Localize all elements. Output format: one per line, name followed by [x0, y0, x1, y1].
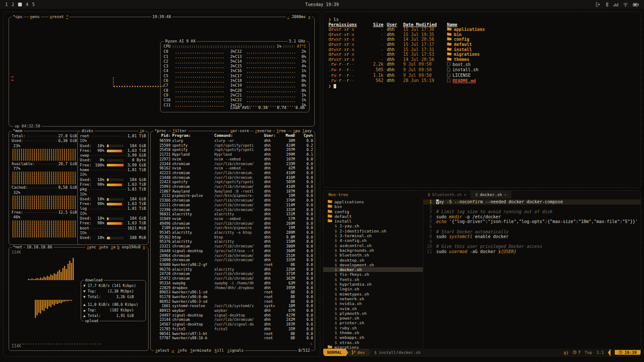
- tree-item[interactable]: $webapps.sh: [323, 335, 423, 340]
- editor-line[interactable]: 7# Start Docker automatically: [423, 229, 641, 235]
- process-row[interactable]: 21721HyprlandHyprlanddhh299M0.1: [151, 152, 315, 157]
- editor-line[interactable]: 6: [423, 224, 641, 229]
- proc-header-0[interactable]: Pid:: [153, 133, 170, 138]
- cpu-lazy-sort[interactable]: cpu lazy: [292, 129, 313, 133]
- tree-item[interactable]: install: [323, 219, 423, 223]
- tree-item[interactable]: $1-yay.sh: [323, 223, 423, 228]
- tree-item[interactable]: $xtras.sh: [323, 340, 423, 345]
- process-row[interactable]: 95362btopbtopdhh9.0M0.0: [151, 235, 315, 240]
- tree-item[interactable]: $bluetooth.sh: [323, 253, 423, 257]
- tree-item[interactable]: $fonts.sh: [323, 277, 423, 282]
- process-row[interactable]: 86952kworker/u96:3-sdroot0B0.0: [151, 299, 315, 304]
- process-row[interactable]: 95376alacrittyalacrittydhh158M0.0: [151, 239, 315, 244]
- tree-item[interactable]: $theme.sh: [323, 330, 423, 335]
- tree-item[interactable]: $docker.sh: [323, 267, 423, 272]
- workspace-active-indicator[interactable]: [18, 3, 22, 6]
- proc-action-button[interactable]: info: [177, 348, 187, 353]
- process-row[interactable]: 24720chromium/usr/lib/chromium/dhh371M0.…: [151, 272, 315, 276]
- tree-item[interactable]: $backgrounds.sh: [323, 248, 423, 253]
- tree-item[interactable]: $printer.sh: [323, 320, 423, 325]
- reverse-toggle[interactable]: reverse: [254, 129, 273, 133]
- tree-item[interactable]: $desktop.sh: [323, 258, 423, 262]
- editor-line[interactable]: 9: [423, 239, 641, 244]
- process-row[interactable]: 90541kworker/u97:1-btroot0B0.0: [151, 332, 315, 336]
- editor-line[interactable]: 8sudo systemctl enable docker: [423, 234, 641, 239]
- tree-item[interactable]: default: [323, 214, 423, 219]
- menu-button[interactable]: menu: [29, 15, 41, 19]
- tree-item[interactable]: config: [323, 209, 423, 214]
- tree-item[interactable]: $network.sh: [323, 296, 423, 301]
- tree-item[interactable]: $4-config.sh: [323, 238, 423, 243]
- memory-panel[interactable]: *mem Total:27,0 GiBUsed:6,30 GiB23%Avail…: [9, 131, 149, 245]
- close-icon[interactable]: ×: [464, 192, 466, 197]
- editor-line[interactable]: 1yay -S --noconfirm --needed docker dock…: [423, 199, 641, 205]
- process-row[interactable]: 25972chromium/usr/lib/chromium/dhh362M0.…: [151, 276, 315, 281]
- poll-interval[interactable]: - 2000ms +: [286, 15, 312, 19]
- prompt-line-2[interactable]: ❯: [328, 84, 635, 89]
- tree-item[interactable]: $3-terminal.sh: [323, 233, 423, 238]
- tree-item[interactable]: migrations: [323, 345, 423, 349]
- process-row[interactable]: 23321chromium/usr/lib/chromium/dhh306M0.…: [151, 244, 315, 249]
- editor-line[interactable]: 10# Give this user privileged Docker acc…: [423, 244, 641, 249]
- process-row[interactable]: 80915waybarwaybardhh67M0.0: [151, 308, 315, 313]
- neotree-panel[interactable]: applicationsbinconfigdefaultinstall$1-ya…: [323, 199, 423, 349]
- proc-header-1[interactable]: Program:: [172, 133, 213, 138]
- tree-item[interactable]: $nvidia.sh: [323, 301, 423, 306]
- process-row[interactable]: 24497signal-desktopsignal-desktopdhh427M…: [151, 313, 315, 318]
- tree-item[interactable]: $power.sh: [323, 316, 423, 320]
- proc-header-3[interactable]: User:: [264, 133, 279, 138]
- process-row[interactable]: 22029dropbox/home/dhh/.dropboxdhh395M0.0: [151, 286, 315, 290]
- buffer-tab[interactable]: $bluetooth.sh×: [423, 191, 471, 199]
- process-row[interactable]: 96031alacrittyalacrittydhh151M0.0: [151, 212, 315, 217]
- process-row[interactable]: 21807XwaylandXwayland :0 -rootldhh187M0.…: [151, 189, 315, 194]
- disks-panel[interactable]: disks io root1,81 TiBIO%Used:10%184 GiBF…: [77, 131, 149, 245]
- proc-action-button[interactable]: select ↵: [155, 348, 174, 353]
- tree-item[interactable]: $2-identification.sh: [323, 229, 423, 233]
- network-panel[interactable]: *net 10.10.10.86 sync auto zero b enp194…: [9, 247, 149, 351]
- tree-item[interactable]: bin: [323, 204, 423, 209]
- tree-item[interactable]: $nvim.sh: [323, 306, 423, 311]
- editor-line[interactable]: 5echo '{"log-driver":"json-file","log-op…: [423, 219, 641, 224]
- editor-line[interactable]: 3# Limit log size to avoid running out o…: [423, 209, 641, 214]
- process-row[interactable]: 25589spotify/opt/spotify/spotidhh424M0.2: [151, 143, 315, 148]
- process-row[interactable]: 57707kworker/u98:16-broot0B0.0: [151, 336, 315, 341]
- process-row[interactable]: 2112pipewire-pulse/usr/bin/pipewire-dhh1…: [151, 193, 315, 198]
- process-row[interactable]: 93680kworker/u96:2-gfroot0B0.0: [151, 262, 315, 267]
- logout-icon[interactable]: [596, 2, 601, 7]
- per-core-toggle[interactable]: per-core: [229, 129, 250, 133]
- preset-button[interactable]: preset *: [49, 15, 70, 19]
- tree-item[interactable]: $fix-fkeys.sh: [323, 272, 423, 277]
- process-row[interactable]: 23111chromium/usr/lib/chromium/dhh314M0.…: [151, 203, 315, 208]
- process-row[interactable]: 2109pipewire/usr/bin/pipewiredhh19M0.0: [151, 226, 315, 230]
- proc-header-4[interactable]: MemB: [280, 133, 295, 138]
- process-row[interactable]: 25458spotify/opt/spotify/spotidhh297M0.2: [151, 148, 315, 152]
- editor-line[interactable]: 2: [423, 205, 641, 210]
- process-row[interactable]: 1661systemd-resolve/usr/lib/systemd/ssys…: [151, 304, 315, 308]
- plugin-updates[interactable]: 7: [573, 350, 580, 355]
- tree-item[interactable]: $login.sh: [323, 287, 423, 291]
- net-interface-switcher[interactable]: b enp194s0 n: [116, 245, 146, 250]
- process-row[interactable]: 23448chromium/usr/lib/chromium.dhh416M0.…: [151, 175, 315, 180]
- tree-item[interactable]: $ruby.sh: [323, 326, 423, 330]
- tree-item[interactable]: $mimetypes.sh: [323, 292, 423, 296]
- tree-item[interactable]: $asdcontrol.sh: [323, 243, 423, 248]
- process-row[interactable]: 26440signal-desktop/proc/self/exe --tdhh…: [151, 249, 315, 253]
- process-row[interactable]: 22972nvimnvim --embed .dhh107M0.0: [151, 157, 315, 162]
- process-row[interactable]: 22396chromium/usr/lib/chromium/dhh331M0.…: [151, 208, 315, 212]
- process-row[interactable]: 22423spotify/opt/spotify/spotidhh505M0.0: [151, 180, 315, 184]
- close-icon[interactable]: ×: [504, 192, 507, 197]
- proc-action-button[interactable]: terminate: [190, 348, 211, 353]
- tree-item[interactable]: applications: [323, 199, 423, 204]
- workspace-button[interactable]: 5: [32, 2, 35, 7]
- process-panel[interactable]: *proc filter per-core reverse tree cpu l…: [150, 131, 315, 351]
- process-row[interactable]: 23366chromium/usr/lib/chromium/dhh376M0.…: [151, 198, 315, 203]
- net-sync-toggle[interactable]: sync: [85, 245, 97, 250]
- wifi-icon[interactable]: [623, 3, 628, 7]
- editor[interactable]: 1yay -S --noconfirm --needed docker dock…: [423, 199, 641, 349]
- process-row[interactable]: 95345alacrittyalacritty -e btopdhh209M0.…: [151, 230, 315, 235]
- workspace-button[interactable]: 4: [26, 2, 28, 7]
- process-row[interactable]: 23344chromium/usr/lib/chromium/dhh235M0.…: [151, 162, 315, 166]
- process-row[interactable]: 23090chromium/usr/lib/chromium/dhh335M0.…: [151, 258, 315, 262]
- proc-header-2[interactable]: Command:: [214, 133, 262, 138]
- process-row[interactable]: 96599slurpslurp -ordhh38M0.0: [151, 139, 315, 143]
